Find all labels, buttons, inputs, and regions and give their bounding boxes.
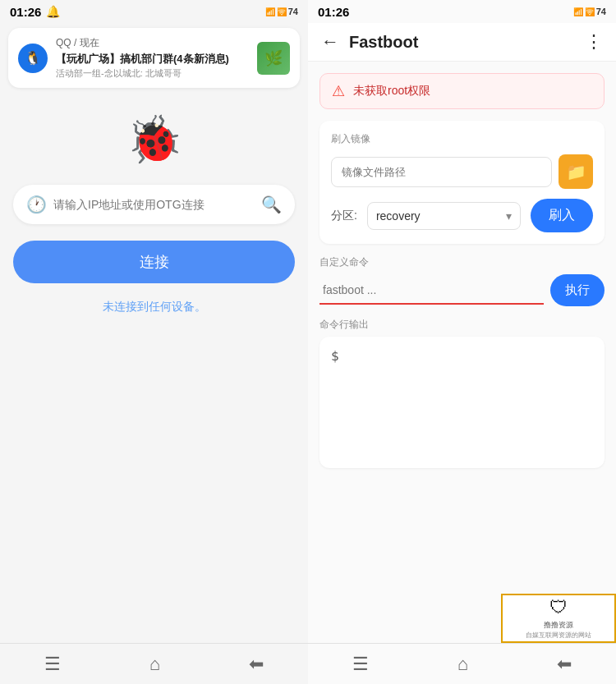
partition-row: 分区: recovery ▾ 刷入 <box>331 199 593 232</box>
notification-content: QQ / 现在 【玩机广场】搞机部门群(4条新消息) 活动部一组-念以城北: 北… <box>56 36 251 80</box>
watermark: 🛡 撸撸资源 自媒互联网资源的网站 <box>501 594 616 643</box>
warning-banner: ⚠ 未获取root权限 <box>319 73 605 109</box>
flash-button[interactable]: 刷入 <box>531 199 593 232</box>
signal-icon: 📶 <box>265 7 275 16</box>
back-button[interactable]: ← <box>321 31 339 53</box>
chevron-down-icon: ▾ <box>506 209 512 223</box>
warning-icon: ⚠ <box>332 82 345 100</box>
back-nav-right[interactable]: ⬅ <box>557 654 572 675</box>
connect-button[interactable]: 连接 <box>13 241 295 283</box>
notif-avatar: 🌿 <box>257 42 290 75</box>
output-label: 命令行输出 <box>319 318 605 332</box>
partition-label: 分区: <box>331 209 357 223</box>
menu-nav-right[interactable]: ☰ <box>352 654 369 675</box>
connection-status: 未连接到任何设备。 <box>0 300 308 314</box>
left-panel: 01:26 🔔 📶 🛜 74 🐧 QQ / 现在 【玩机广场】搞机部门群(4条新… <box>0 0 308 684</box>
bottom-nav-left: ☰ ⌂ ⬅ <box>0 643 308 684</box>
file-input-row: 📁 <box>331 154 593 189</box>
flash-section: 刷入镜像 📁 分区: recovery ▾ 刷入 <box>319 121 605 244</box>
wifi-icon: 🛜 <box>277 7 287 16</box>
qq-icon: 🐧 <box>18 44 48 73</box>
cmd-input[interactable] <box>319 277 544 305</box>
page-title: Fastboot <box>349 33 585 52</box>
watermark-subtext: 自媒互联网资源的网站 <box>526 631 591 640</box>
ip-input[interactable] <box>53 198 261 211</box>
custom-cmd-label: 自定义命令 <box>319 255 605 269</box>
app-icon-area: 🐞 <box>0 111 308 168</box>
folder-icon: 📁 <box>566 162 586 181</box>
partition-value: recovery <box>376 209 421 223</box>
bottom-nav-right: ☰ ⌂ ⬅ <box>308 643 616 684</box>
exec-button[interactable]: 执行 <box>550 274 605 306</box>
status-bar-left: 01:26 🔔 📶 🛜 74 <box>0 0 308 23</box>
home-nav-left[interactable]: ⌂ <box>149 654 160 675</box>
warning-text: 未获取root权限 <box>353 84 430 99</box>
status-bar-right: 01:26 📶 🛜 74 <box>308 0 616 23</box>
wifi-icon-r: 🛜 <box>585 7 595 16</box>
output-box: $ <box>319 337 605 468</box>
partition-select[interactable]: recovery ▾ <box>367 202 521 230</box>
dollar-sign: $ <box>331 348 339 364</box>
battery-icon: 74 <box>288 7 298 16</box>
signal-icon-r: 📶 <box>573 7 583 16</box>
notification-card[interactable]: 🐧 QQ / 现在 【玩机广场】搞机部门群(4条新消息) 活动部一组-念以城北:… <box>8 28 300 88</box>
flash-label: 刷入镜像 <box>331 132 593 146</box>
right-panel: 01:26 📶 🛜 74 ← Fastboot ⋮ ⚠ 未获取root权限 刷入… <box>308 0 616 684</box>
folder-button[interactable]: 📁 <box>559 154 593 189</box>
back-nav-left[interactable]: ⬅ <box>249 654 264 675</box>
time-right: 01:26 <box>318 5 349 19</box>
more-button[interactable]: ⋮ <box>585 31 603 53</box>
header-right: ← Fastboot ⋮ <box>308 23 616 62</box>
menu-nav-left[interactable]: ☰ <box>44 654 61 675</box>
watermark-logo: 🛡 <box>549 597 568 618</box>
time-left: 01:26 <box>10 5 41 19</box>
ip-input-row[interactable]: 🕐 🔍 <box>13 185 295 224</box>
bell-icon: 🔔 <box>46 5 60 18</box>
cmd-row: 执行 <box>319 274 605 306</box>
ladybug-icon: 🐞 <box>126 111 183 168</box>
notif-app-name: QQ / 现在 <box>56 36 99 50</box>
notif-subtitle: 活动部一组-念以城北: 北城哥哥 <box>56 67 251 80</box>
battery-icon-r: 74 <box>596 7 606 16</box>
notif-title: 【玩机广场】搞机部门群(4条新消息) <box>56 52 251 67</box>
search-icon[interactable]: 🔍 <box>261 195 282 214</box>
history-icon: 🕐 <box>26 195 47 214</box>
watermark-text: 撸撸资源 <box>544 620 573 631</box>
file-path-input[interactable] <box>331 157 552 187</box>
home-nav-right[interactable]: ⌂ <box>457 654 468 675</box>
